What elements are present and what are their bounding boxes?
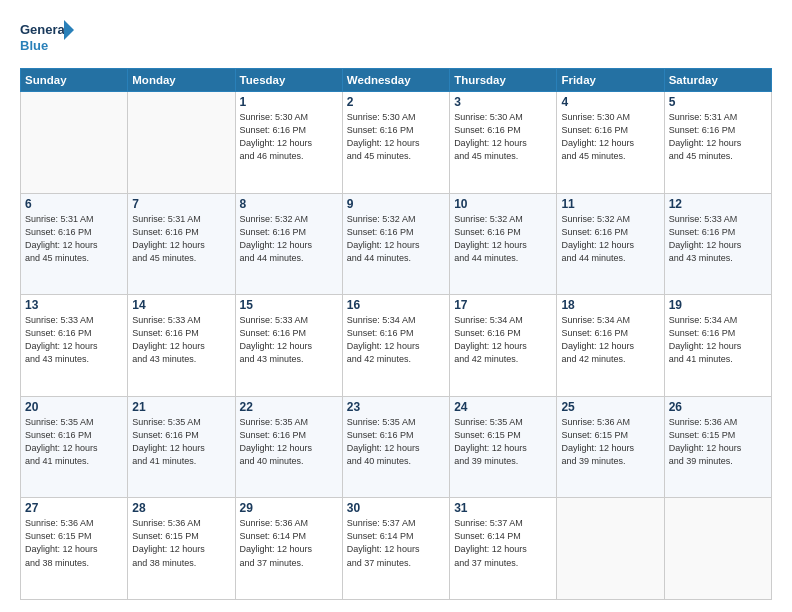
calendar-week-row: 27Sunrise: 5:36 AM Sunset: 6:15 PM Dayli… <box>21 498 772 600</box>
day-info: Sunrise: 5:30 AM Sunset: 6:16 PM Dayligh… <box>454 111 552 163</box>
calendar-cell: 23Sunrise: 5:35 AM Sunset: 6:16 PM Dayli… <box>342 396 449 498</box>
day-number: 4 <box>561 95 659 109</box>
weekday-header-thursday: Thursday <box>450 69 557 92</box>
day-number: 3 <box>454 95 552 109</box>
day-number: 27 <box>25 501 123 515</box>
calendar-cell <box>664 498 771 600</box>
day-info: Sunrise: 5:37 AM Sunset: 6:14 PM Dayligh… <box>454 517 552 569</box>
weekday-header-friday: Friday <box>557 69 664 92</box>
calendar-cell: 20Sunrise: 5:35 AM Sunset: 6:16 PM Dayli… <box>21 396 128 498</box>
day-number: 15 <box>240 298 338 312</box>
day-info: Sunrise: 5:33 AM Sunset: 6:16 PM Dayligh… <box>132 314 230 366</box>
day-number: 10 <box>454 197 552 211</box>
day-info: Sunrise: 5:36 AM Sunset: 6:15 PM Dayligh… <box>132 517 230 569</box>
day-number: 14 <box>132 298 230 312</box>
calendar-cell: 10Sunrise: 5:32 AM Sunset: 6:16 PM Dayli… <box>450 193 557 295</box>
day-info: Sunrise: 5:31 AM Sunset: 6:16 PM Dayligh… <box>25 213 123 265</box>
day-info: Sunrise: 5:36 AM Sunset: 6:14 PM Dayligh… <box>240 517 338 569</box>
day-number: 24 <box>454 400 552 414</box>
weekday-header-saturday: Saturday <box>664 69 771 92</box>
weekday-header-row: SundayMondayTuesdayWednesdayThursdayFrid… <box>21 69 772 92</box>
calendar-cell: 24Sunrise: 5:35 AM Sunset: 6:15 PM Dayli… <box>450 396 557 498</box>
day-info: Sunrise: 5:33 AM Sunset: 6:16 PM Dayligh… <box>25 314 123 366</box>
calendar-week-row: 1Sunrise: 5:30 AM Sunset: 6:16 PM Daylig… <box>21 92 772 194</box>
day-number: 21 <box>132 400 230 414</box>
calendar-cell: 9Sunrise: 5:32 AM Sunset: 6:16 PM Daylig… <box>342 193 449 295</box>
calendar-cell: 19Sunrise: 5:34 AM Sunset: 6:16 PM Dayli… <box>664 295 771 397</box>
day-number: 13 <box>25 298 123 312</box>
day-number: 22 <box>240 400 338 414</box>
calendar-cell: 27Sunrise: 5:36 AM Sunset: 6:15 PM Dayli… <box>21 498 128 600</box>
logo-svg: General Blue <box>20 18 75 58</box>
day-info: Sunrise: 5:36 AM Sunset: 6:15 PM Dayligh… <box>25 517 123 569</box>
day-number: 11 <box>561 197 659 211</box>
weekday-header-monday: Monday <box>128 69 235 92</box>
day-info: Sunrise: 5:35 AM Sunset: 6:16 PM Dayligh… <box>132 416 230 468</box>
calendar-cell: 13Sunrise: 5:33 AM Sunset: 6:16 PM Dayli… <box>21 295 128 397</box>
day-number: 7 <box>132 197 230 211</box>
calendar-week-row: 20Sunrise: 5:35 AM Sunset: 6:16 PM Dayli… <box>21 396 772 498</box>
svg-marker-2 <box>64 20 74 40</box>
calendar-week-row: 13Sunrise: 5:33 AM Sunset: 6:16 PM Dayli… <box>21 295 772 397</box>
svg-text:General: General <box>20 22 68 37</box>
day-info: Sunrise: 5:30 AM Sunset: 6:16 PM Dayligh… <box>347 111 445 163</box>
calendar-cell: 22Sunrise: 5:35 AM Sunset: 6:16 PM Dayli… <box>235 396 342 498</box>
calendar-cell: 12Sunrise: 5:33 AM Sunset: 6:16 PM Dayli… <box>664 193 771 295</box>
calendar-cell: 2Sunrise: 5:30 AM Sunset: 6:16 PM Daylig… <box>342 92 449 194</box>
weekday-header-wednesday: Wednesday <box>342 69 449 92</box>
calendar-cell <box>128 92 235 194</box>
day-number: 17 <box>454 298 552 312</box>
calendar-table: SundayMondayTuesdayWednesdayThursdayFrid… <box>20 68 772 600</box>
header: General Blue <box>20 18 772 58</box>
day-number: 8 <box>240 197 338 211</box>
day-number: 26 <box>669 400 767 414</box>
calendar-cell: 7Sunrise: 5:31 AM Sunset: 6:16 PM Daylig… <box>128 193 235 295</box>
day-info: Sunrise: 5:35 AM Sunset: 6:16 PM Dayligh… <box>240 416 338 468</box>
day-info: Sunrise: 5:32 AM Sunset: 6:16 PM Dayligh… <box>347 213 445 265</box>
calendar-cell: 30Sunrise: 5:37 AM Sunset: 6:14 PM Dayli… <box>342 498 449 600</box>
calendar-cell: 15Sunrise: 5:33 AM Sunset: 6:16 PM Dayli… <box>235 295 342 397</box>
day-info: Sunrise: 5:33 AM Sunset: 6:16 PM Dayligh… <box>669 213 767 265</box>
day-number: 6 <box>25 197 123 211</box>
calendar-cell: 16Sunrise: 5:34 AM Sunset: 6:16 PM Dayli… <box>342 295 449 397</box>
day-info: Sunrise: 5:30 AM Sunset: 6:16 PM Dayligh… <box>561 111 659 163</box>
day-number: 28 <box>132 501 230 515</box>
day-number: 5 <box>669 95 767 109</box>
day-info: Sunrise: 5:30 AM Sunset: 6:16 PM Dayligh… <box>240 111 338 163</box>
day-info: Sunrise: 5:31 AM Sunset: 6:16 PM Dayligh… <box>132 213 230 265</box>
day-info: Sunrise: 5:37 AM Sunset: 6:14 PM Dayligh… <box>347 517 445 569</box>
day-number: 30 <box>347 501 445 515</box>
day-number: 31 <box>454 501 552 515</box>
calendar-cell: 18Sunrise: 5:34 AM Sunset: 6:16 PM Dayli… <box>557 295 664 397</box>
day-info: Sunrise: 5:33 AM Sunset: 6:16 PM Dayligh… <box>240 314 338 366</box>
day-info: Sunrise: 5:35 AM Sunset: 6:16 PM Dayligh… <box>25 416 123 468</box>
calendar-cell: 8Sunrise: 5:32 AM Sunset: 6:16 PM Daylig… <box>235 193 342 295</box>
calendar-cell: 25Sunrise: 5:36 AM Sunset: 6:15 PM Dayli… <box>557 396 664 498</box>
page: General Blue SundayMondayTuesdayWednesda… <box>0 0 792 612</box>
svg-text:Blue: Blue <box>20 38 48 53</box>
day-info: Sunrise: 5:34 AM Sunset: 6:16 PM Dayligh… <box>454 314 552 366</box>
day-info: Sunrise: 5:34 AM Sunset: 6:16 PM Dayligh… <box>669 314 767 366</box>
calendar-cell: 4Sunrise: 5:30 AM Sunset: 6:16 PM Daylig… <box>557 92 664 194</box>
weekday-header-tuesday: Tuesday <box>235 69 342 92</box>
day-number: 12 <box>669 197 767 211</box>
day-info: Sunrise: 5:34 AM Sunset: 6:16 PM Dayligh… <box>347 314 445 366</box>
calendar-cell: 6Sunrise: 5:31 AM Sunset: 6:16 PM Daylig… <box>21 193 128 295</box>
day-number: 9 <box>347 197 445 211</box>
calendar-cell: 28Sunrise: 5:36 AM Sunset: 6:15 PM Dayli… <box>128 498 235 600</box>
calendar-cell: 21Sunrise: 5:35 AM Sunset: 6:16 PM Dayli… <box>128 396 235 498</box>
calendar-cell <box>21 92 128 194</box>
day-number: 23 <box>347 400 445 414</box>
calendar-cell: 11Sunrise: 5:32 AM Sunset: 6:16 PM Dayli… <box>557 193 664 295</box>
calendar-cell: 17Sunrise: 5:34 AM Sunset: 6:16 PM Dayli… <box>450 295 557 397</box>
calendar-cell: 5Sunrise: 5:31 AM Sunset: 6:16 PM Daylig… <box>664 92 771 194</box>
day-info: Sunrise: 5:36 AM Sunset: 6:15 PM Dayligh… <box>669 416 767 468</box>
calendar-cell: 31Sunrise: 5:37 AM Sunset: 6:14 PM Dayli… <box>450 498 557 600</box>
day-number: 18 <box>561 298 659 312</box>
calendar-cell: 3Sunrise: 5:30 AM Sunset: 6:16 PM Daylig… <box>450 92 557 194</box>
day-number: 1 <box>240 95 338 109</box>
day-number: 19 <box>669 298 767 312</box>
day-info: Sunrise: 5:32 AM Sunset: 6:16 PM Dayligh… <box>454 213 552 265</box>
day-number: 16 <box>347 298 445 312</box>
calendar-week-row: 6Sunrise: 5:31 AM Sunset: 6:16 PM Daylig… <box>21 193 772 295</box>
